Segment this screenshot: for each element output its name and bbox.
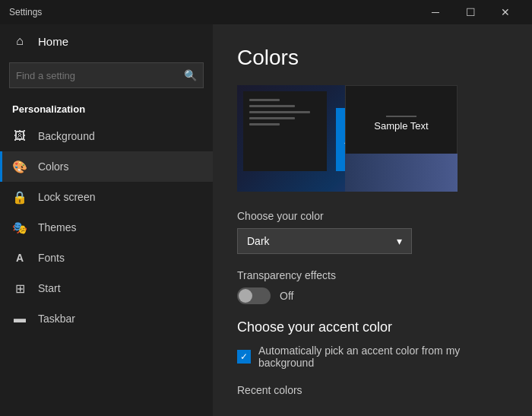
preview-line <box>249 105 295 107</box>
close-button[interactable]: ✕ <box>488 0 523 24</box>
transparency-section: Transparency effects Off <box>237 269 508 304</box>
sidebar-item-label: Themes <box>38 221 77 233</box>
transparency-label: Transparency effects <box>237 269 508 281</box>
sidebar-item-start[interactable]: ⊞ Start <box>0 273 213 303</box>
search-icon: 🔍 <box>184 69 197 81</box>
preview-line <box>249 117 295 119</box>
recent-colors-label: Recent colors <box>237 384 508 396</box>
toggle-knob <box>239 289 252 303</box>
content-area: Colors Aa <box>213 24 532 416</box>
titlebar: Settings ─ ☐ ✕ <box>0 0 532 24</box>
preview-line <box>249 123 280 125</box>
sidebar-item-label: Taskbar <box>38 313 75 325</box>
fonts-icon: A <box>12 250 27 265</box>
home-icon: ⌂ <box>12 33 27 49</box>
choose-color-section: Choose your color Dark ▾ <box>237 210 508 254</box>
background-icon: 🖼 <box>12 129 27 144</box>
preview-sample-line <box>386 116 416 117</box>
sidebar-item-colors[interactable]: 🎨 Colors <box>0 151 213 182</box>
preview-lines <box>243 91 327 133</box>
sidebar-item-label: Lock screen <box>38 191 95 203</box>
transparency-toggle[interactable] <box>237 287 271 304</box>
sidebar: ⌂ Home 🔍 Personalization 🖼 Background 🎨 … <box>0 24 213 416</box>
preview-sample-box: Sample Text <box>345 85 458 161</box>
start-icon: ⊞ <box>12 281 27 296</box>
auto-pick-checkbox[interactable]: ✓ <box>237 350 251 364</box>
sidebar-item-label: Colors <box>38 160 68 173</box>
sidebar-item-taskbar[interactable]: ▬ Taskbar <box>0 303 213 334</box>
minimize-button[interactable]: ─ <box>418 0 453 24</box>
preview-line <box>249 99 280 101</box>
accent-color-section: Choose your accent color ✓ Automatically… <box>237 319 508 369</box>
auto-pick-row: ✓ Automatically pick an accent color fro… <box>237 345 508 369</box>
preview-line <box>249 111 310 113</box>
sidebar-item-label: Start <box>38 282 61 294</box>
lock-screen-icon: 🔒 <box>12 189 27 205</box>
auto-pick-label: Automatically pick an accent color from … <box>258 345 508 369</box>
sidebar-item-home[interactable]: ⌂ Home <box>0 24 213 58</box>
preview-background: Aa Sample Text <box>237 85 458 192</box>
sidebar-item-background[interactable]: 🖼 Background <box>0 121 213 151</box>
color-dropdown[interactable]: Dark ▾ <box>237 228 412 254</box>
sidebar-item-label: Background <box>38 130 95 142</box>
preview-sample-text: Sample Text <box>374 120 428 132</box>
search-box[interactable]: 🔍 <box>9 62 204 88</box>
sidebar-item-lock-screen[interactable]: 🔒 Lock screen <box>0 182 213 212</box>
color-dropdown-value: Dark <box>247 235 270 247</box>
preview-background-image <box>345 154 458 192</box>
sidebar-home-label: Home <box>38 35 68 48</box>
sidebar-item-fonts[interactable]: A Fonts <box>0 243 213 273</box>
color-preview: Aa Sample Text <box>237 85 458 192</box>
window-controls: ─ ☐ ✕ <box>418 0 523 24</box>
sidebar-item-label: Fonts <box>38 252 65 264</box>
accent-heading: Choose your accent color <box>237 319 508 335</box>
sidebar-section-title: Personalization <box>0 97 213 121</box>
toggle-row: Off <box>237 287 508 304</box>
preview-dark-theme <box>243 91 327 171</box>
search-input[interactable] <box>16 70 184 81</box>
maximize-button[interactable]: ☐ <box>453 0 488 24</box>
themes-icon: 🎭 <box>12 220 27 235</box>
chevron-down-icon: ▾ <box>397 235 402 247</box>
page-title: Colors <box>237 46 508 70</box>
sidebar-item-themes[interactable]: 🎭 Themes <box>0 212 213 243</box>
main-layout: ⌂ Home 🔍 Personalization 🖼 Background 🎨 … <box>0 24 532 416</box>
checkmark-icon: ✓ <box>240 351 248 362</box>
taskbar-icon: ▬ <box>12 311 27 326</box>
choose-color-label: Choose your color <box>237 210 508 222</box>
toggle-state-label: Off <box>280 290 293 302</box>
colors-icon: 🎨 <box>12 159 27 174</box>
app-title: Settings <box>9 7 42 17</box>
